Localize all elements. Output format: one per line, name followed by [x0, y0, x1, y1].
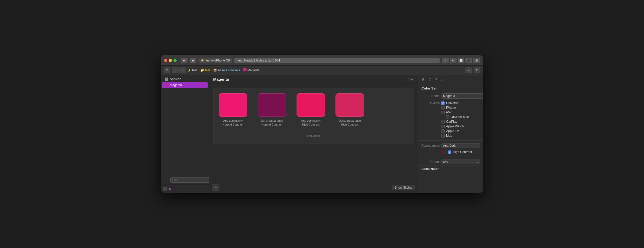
center-header: Magenta Color — [209, 75, 418, 84]
close-button[interactable] — [164, 59, 167, 62]
inspector-file-icon[interactable]: 🗎 — [421, 78, 425, 82]
device-iphone-checkbox[interactable] — [441, 106, 445, 109]
project-name: test — iPhone XR — [205, 59, 230, 62]
device-uikitmac-checkbox[interactable] — [446, 115, 449, 119]
devices-list: Universal iPhone iPad UIKit for Mac — [441, 101, 480, 138]
return-button[interactable]: ↩ — [450, 58, 457, 63]
show-slicing-button[interactable]: Show Slicing — [392, 185, 415, 190]
sidebar-bottom-icons: ⬛ ▶ — [161, 184, 209, 193]
add-icon-button[interactable]: + — [212, 184, 219, 191]
device-universal-checkbox[interactable] — [441, 101, 445, 105]
inspector-panel: 🗎 ⏱ ? ⬦ Color Set Name ↻ Devices — [418, 75, 483, 193]
device-ipad-checkbox[interactable] — [441, 111, 445, 114]
traffic-lights — [164, 59, 177, 62]
swatch-any-hc[interactable] — [297, 93, 325, 117]
title-bar-right: + ↩ ⬜ ⬛ ▣ — [442, 58, 480, 63]
inspector-help-icon[interactable]: ? — [435, 78, 437, 82]
bottom-icon-2[interactable]: ▶ — [169, 187, 171, 191]
color-cell-dark-normal[interactable]: Dark AppearanceNormal Contrast — [258, 93, 286, 127]
sidebar-item-magenta[interactable]: Magenta — [162, 82, 208, 88]
color-cell-any-normal[interactable]: Any LuminosityNormal Contrast — [219, 93, 247, 127]
add-asset-button[interactable]: + — [163, 177, 165, 183]
label-dark-normal: Dark AppearanceNormal Contrast — [261, 119, 283, 127]
appearances-value: Any, Dark — [443, 144, 455, 147]
status-text: test: Ready | Today at 1:46 PM — [237, 59, 280, 62]
center-panel: Magenta Color Any LuminosityNormal Contr… — [209, 75, 418, 193]
inspector-attributes-icon[interactable]: ⬦ — [440, 78, 442, 82]
device-appletv-row: Apple TV — [441, 129, 480, 133]
swatch-dark-hc[interactable] — [336, 93, 364, 117]
view-btn-3[interactable]: ▣ — [473, 58, 480, 63]
section-divider-2 — [418, 157, 483, 157]
device-uikitmac-row: UIKit for Mac — [441, 115, 480, 119]
high-contrast-checkbox[interactable] — [448, 150, 451, 154]
stop-button[interactable]: ◼ — [190, 58, 196, 63]
gamut-label: Gamut — [421, 160, 440, 164]
center-panel-subtitle: Color — [406, 78, 414, 81]
swatch-any-normal[interactable] — [219, 93, 247, 117]
color-cell-any-hc[interactable]: Any LuminosityHigh Contrast — [297, 93, 325, 127]
inspector-history-icon[interactable]: ⏱ — [428, 78, 432, 82]
device-appletv-checkbox[interactable] — [441, 129, 445, 133]
name-row: Name ↻ — [418, 92, 483, 100]
sep1: › — [198, 68, 199, 72]
device-carplay-row: CarPlay — [441, 119, 480, 124]
split-view-button[interactable]: ⊟ — [474, 67, 480, 73]
play-button[interactable]: ▶ — [181, 58, 187, 63]
breadcrumb-xcassets[interactable]: 📦 Assets.xcassets — [213, 68, 240, 72]
sep3: › — [241, 68, 242, 72]
devices-label: Devices — [421, 101, 440, 105]
xcode-file-icon: ⚡ — [187, 68, 191, 72]
device-iphone-label: iPhone — [446, 106, 456, 109]
view-btn-1[interactable]: ⬜ — [458, 58, 464, 63]
grid-view-button[interactable]: ⊞ — [164, 67, 170, 73]
list-view-button[interactable]: ≡ — [465, 67, 472, 73]
breadcrumb-test1[interactable]: test — [192, 68, 197, 72]
appearances-dropdown[interactable]: Any, Dark ⌄ — [441, 143, 480, 148]
back-button[interactable]: ‹ — [172, 67, 179, 73]
inspector-toolbar: 🗎 ⏱ ? ⬦ — [418, 75, 483, 84]
device-iphone-row: iPhone — [441, 105, 480, 110]
label-any-normal: Any LuminosityNormal Contrast — [223, 119, 243, 127]
main-content: AppIcon Magenta + − ⬛ ▶ Magenta Color — [161, 75, 483, 193]
project-breadcrumb: ⚡ test — iPhone XR — [198, 58, 232, 63]
gamut-row: Gamut Any ⌄ — [418, 159, 483, 165]
color-cell-dark-hc[interactable]: Dark AppearanceHigh Contrast — [336, 93, 364, 127]
forward-button[interactable]: › — [179, 67, 186, 73]
xcode-icon: ⚡ — [200, 59, 204, 62]
fullscreen-button[interactable] — [173, 59, 177, 62]
high-contrast-label: High Contrast — [453, 150, 472, 154]
gamut-dropdown[interactable]: Any ⌄ — [441, 160, 480, 164]
asset-list: AppIcon Magenta — [161, 75, 209, 175]
label-any-hc: Any LuminosityHigh Contrast — [301, 119, 321, 127]
appearances-row: Appearances Any, Dark ⌄ — [418, 142, 483, 149]
view-btn-2[interactable]: ⬛ — [465, 58, 472, 63]
device-carplay-checkbox[interactable] — [441, 120, 445, 123]
add-button[interactable]: + — [442, 58, 449, 63]
inspector-title: Color Set — [418, 84, 483, 92]
device-applewatch-checkbox[interactable] — [441, 125, 445, 128]
device-universal-label: Universal — [446, 101, 459, 105]
name-input[interactable] — [441, 93, 483, 99]
magenta-icon — [165, 84, 168, 87]
remove-asset-button[interactable]: − — [167, 177, 169, 183]
bottom-icon-1[interactable]: ⬛ — [163, 187, 167, 191]
breadcrumb-magenta[interactable]: Magenta — [247, 68, 260, 72]
name-label: Name — [421, 94, 440, 98]
breadcrumb-test2[interactable]: 📁 test — [200, 68, 210, 72]
toolbar: ⊞ ‹ › ⚡ test › 📁 test › 📦 Assets.xcasset… — [161, 66, 483, 75]
minimize-button[interactable] — [169, 59, 172, 62]
navigation-buttons: ‹ › — [172, 67, 186, 73]
sidebar-item-appicon[interactable]: AppIcon — [162, 76, 208, 82]
appearances-dropdown-arrow: ⌄ — [476, 144, 478, 147]
toolbar-right: ≡ ⊟ — [465, 67, 480, 73]
swatch-dark-normal[interactable] — [258, 93, 286, 117]
device-mac-checkbox[interactable] — [441, 134, 445, 137]
filter-input[interactable] — [170, 177, 210, 183]
device-applewatch-row: Apple Watch — [441, 124, 480, 129]
grid-divider — [219, 131, 408, 131]
high-contrast-circle-indicator — [442, 150, 446, 154]
localization-section: Localization — [418, 165, 483, 173]
title-bar: ▶ ◼ ⚡ test — iPhone XR test: Ready | Tod… — [161, 55, 483, 66]
inspector-body: Name ↻ Devices Universal iPhone — [418, 92, 483, 193]
